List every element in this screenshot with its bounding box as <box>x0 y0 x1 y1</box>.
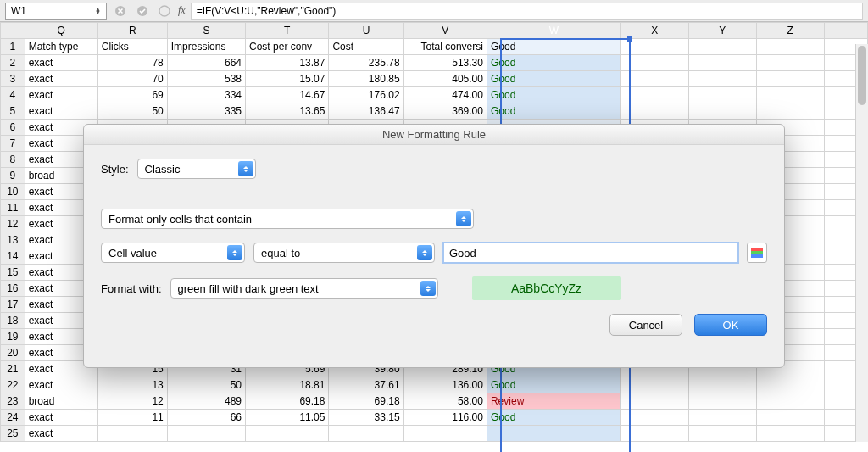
row-header[interactable]: 9 <box>1 168 25 184</box>
row-header[interactable]: 4 <box>1 87 25 103</box>
col-header-R[interactable]: R <box>97 23 167 39</box>
row-header[interactable]: 3 <box>1 71 25 87</box>
cell[interactable] <box>97 426 167 442</box>
cell[interactable]: Good <box>487 87 620 103</box>
row-header[interactable]: 21 <box>1 361 25 377</box>
row-header[interactable]: 1 <box>1 39 25 55</box>
cell[interactable] <box>620 377 688 393</box>
format-with-select[interactable]: green fill with dark green text <box>170 278 438 299</box>
col-header-Z[interactable]: Z <box>756 23 824 39</box>
cell[interactable] <box>329 426 403 442</box>
cell[interactable]: Match type <box>25 39 97 55</box>
cell[interactable] <box>403 426 487 442</box>
cell[interactable]: 13.87 <box>246 55 329 71</box>
cell[interactable]: 334 <box>167 87 245 103</box>
cell[interactable]: 176.02 <box>329 87 403 103</box>
cell[interactable]: 12 <box>97 393 167 410</box>
cell[interactable]: Good <box>487 39 620 55</box>
cell[interactable]: 538 <box>167 71 245 87</box>
fx-label[interactable]: fx <box>178 3 186 20</box>
cell[interactable] <box>688 71 756 87</box>
condition-operator-select[interactable]: equal to <box>253 243 435 263</box>
cell[interactable]: Good <box>487 103 620 120</box>
cell[interactable]: exact <box>25 410 97 426</box>
cell[interactable]: 136.47 <box>329 103 403 120</box>
condition-target-select[interactable]: Cell value <box>101 243 245 263</box>
cell[interactable]: exact <box>25 87 97 103</box>
cell[interactable]: 11 <box>97 410 167 426</box>
cell[interactable] <box>756 71 824 87</box>
formula-builder-icon[interactable] <box>156 3 173 20</box>
cell[interactable]: 369.00 <box>403 103 487 120</box>
cell[interactable] <box>620 103 688 120</box>
row-header[interactable]: 14 <box>1 248 25 265</box>
col-header-Q[interactable]: Q <box>25 23 97 39</box>
cell[interactable]: Good <box>487 377 620 393</box>
select-all-corner[interactable] <box>1 23 25 39</box>
rule-type-select[interactable]: Format only cells that contain <box>101 209 474 229</box>
stepper-icon[interactable]: ▲▼ <box>95 8 101 14</box>
row-header[interactable]: 23 <box>1 393 25 410</box>
cell-reference-box[interactable]: W1 ▲▼ <box>5 3 107 20</box>
range-picker-button[interactable] <box>747 243 767 263</box>
row-header[interactable]: 7 <box>1 136 25 152</box>
cell[interactable] <box>756 87 824 103</box>
cell[interactable] <box>756 39 824 55</box>
cell[interactable] <box>620 71 688 87</box>
cell[interactable]: 58.00 <box>403 393 487 410</box>
selection-handle[interactable] <box>627 36 632 42</box>
vertical-scrollbar[interactable] <box>855 44 868 442</box>
cell[interactable]: 69 <box>97 87 167 103</box>
cell[interactable]: 69.18 <box>246 393 329 410</box>
cell[interactable]: 664 <box>167 55 245 71</box>
cell[interactable] <box>620 55 688 71</box>
cell[interactable]: broad <box>25 393 97 410</box>
condition-value-input[interactable] <box>443 243 738 263</box>
cell[interactable] <box>246 426 329 442</box>
row-header[interactable]: 5 <box>1 103 25 120</box>
row-header[interactable]: 13 <box>1 232 25 248</box>
cell[interactable]: 11.05 <box>246 410 329 426</box>
col-header-U[interactable]: U <box>329 23 403 39</box>
col-header-Y[interactable]: Y <box>688 23 756 39</box>
cell[interactable]: Clicks <box>97 39 167 55</box>
cell[interactable]: Cost <box>329 39 403 55</box>
cell[interactable]: Good <box>487 55 620 71</box>
cell[interactable] <box>756 377 824 393</box>
cell[interactable]: 37.61 <box>329 377 403 393</box>
row-header[interactable]: 12 <box>1 216 25 232</box>
row-header[interactable]: 6 <box>1 120 25 136</box>
col-header-S[interactable]: S <box>167 23 245 39</box>
cell[interactable]: exact <box>25 377 97 393</box>
cancel-formula-icon[interactable] <box>112 3 129 20</box>
cell[interactable]: 335 <box>167 103 245 120</box>
cell[interactable] <box>756 103 824 120</box>
cell[interactable] <box>620 426 688 442</box>
cell[interactable]: Cost per conv <box>246 39 329 55</box>
cell[interactable]: 13 <box>97 377 167 393</box>
cell[interactable] <box>756 393 824 410</box>
cell[interactable] <box>688 377 756 393</box>
cell[interactable]: 50 <box>167 377 245 393</box>
cell[interactable]: 405.00 <box>403 71 487 87</box>
row-header[interactable]: 16 <box>1 281 25 297</box>
cell[interactable] <box>688 39 756 55</box>
cell[interactable]: 474.00 <box>403 87 487 103</box>
col-header-V[interactable]: V <box>403 23 487 39</box>
cell[interactable]: Good <box>487 410 620 426</box>
cell[interactable]: Impressions <box>167 39 245 55</box>
cell[interactable] <box>756 410 824 426</box>
cell[interactable]: 13.65 <box>246 103 329 120</box>
cell[interactable] <box>688 103 756 120</box>
cell[interactable] <box>688 55 756 71</box>
scrollbar-thumb[interactable] <box>858 46 866 105</box>
cell[interactable]: 50 <box>97 103 167 120</box>
cell[interactable]: Good <box>487 71 620 87</box>
cancel-button[interactable]: Cancel <box>609 314 682 336</box>
cell[interactable]: 18.81 <box>246 377 329 393</box>
row-header[interactable]: 2 <box>1 55 25 71</box>
row-header[interactable]: 15 <box>1 265 25 281</box>
row-header[interactable]: 25 <box>1 426 25 442</box>
cell[interactable]: 14.67 <box>246 87 329 103</box>
cell[interactable]: 116.00 <box>403 410 487 426</box>
